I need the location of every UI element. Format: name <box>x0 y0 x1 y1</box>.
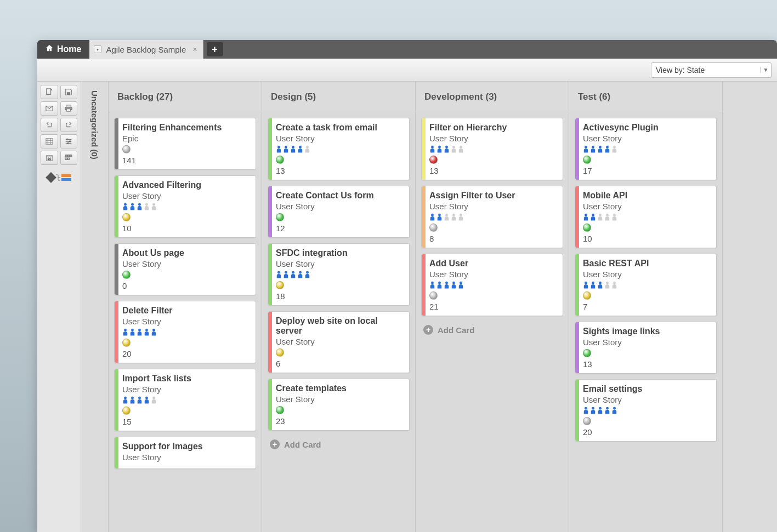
home-tab[interactable]: Home <box>37 40 89 59</box>
svg-point-38 <box>285 271 287 274</box>
tab-strip: Home ▾ Agile Backlog Sample × + <box>37 40 777 59</box>
card-view-button[interactable] <box>60 151 78 165</box>
card[interactable]: Sights image linksUser Story13 <box>575 322 717 374</box>
svg-point-28 <box>131 397 134 399</box>
card-type: User Story <box>583 270 711 279</box>
card[interactable]: About Us pageUser Story0 <box>114 243 256 295</box>
card[interactable]: Create templatesUser Story23 <box>268 379 410 431</box>
svg-point-50 <box>452 214 455 216</box>
card-stripe <box>422 254 426 316</box>
person-icon <box>583 407 589 415</box>
new-tab-button[interactable]: + <box>207 42 223 56</box>
lane-header-uncategorized[interactable]: Uncategorized (0) <box>81 82 108 532</box>
card-type: User Story <box>276 134 404 143</box>
card[interactable]: Add UserUser Story 21 <box>421 254 563 316</box>
card-type: User Story <box>583 134 711 143</box>
tab-dropdown-icon[interactable]: ▾ <box>94 45 101 53</box>
svg-point-67 <box>585 282 587 284</box>
status-dot <box>583 417 591 425</box>
svg-rect-5 <box>67 109 71 111</box>
card-points: 8 <box>429 234 557 243</box>
grid-view-button[interactable] <box>41 134 58 148</box>
person-icon <box>151 396 157 404</box>
card-status-row <box>122 213 250 221</box>
person-icon <box>429 145 435 153</box>
status-dot <box>276 213 284 221</box>
person-icon <box>444 281 450 289</box>
person-icon <box>304 271 310 279</box>
open-tab[interactable]: ▾ Agile Backlog Sample × <box>89 40 203 59</box>
filter-button[interactable] <box>60 134 78 148</box>
card[interactable]: Support for ImagesUser Story <box>114 437 256 469</box>
svg-point-71 <box>613 282 616 284</box>
lane-header-development[interactable]: Development (3) <box>416 82 569 112</box>
card[interactable]: Create Contact Us formUser Story12 <box>268 186 410 238</box>
card[interactable]: Activesync PluginUser Story 17 <box>575 118 717 180</box>
card[interactable]: Import Task listsUser Story 15 <box>114 369 256 431</box>
card[interactable]: Deploy web site on local serverUser Stor… <box>268 311 410 373</box>
svg-text:31: 31 <box>48 157 51 161</box>
card[interactable]: Delete FilterUser Story 20 <box>114 301 256 363</box>
card-status-row <box>583 291 711 300</box>
undo-button[interactable] <box>41 118 58 132</box>
card[interactable]: Advanced FilteringUser Story 10 <box>114 175 256 238</box>
close-tab-icon[interactable]: × <box>192 45 197 54</box>
print-button[interactable] <box>60 101 78 116</box>
svg-rect-6 <box>46 139 53 145</box>
card[interactable]: SFDC integrationUser Story 18 <box>268 243 410 306</box>
calendar-button[interactable]: 31 <box>41 151 58 165</box>
card-status-row <box>429 224 557 232</box>
card-status-row <box>122 271 250 279</box>
person-icon <box>444 145 450 153</box>
person-icon <box>458 281 464 289</box>
lane-header-backlog[interactable]: Backlog (27) <box>109 82 262 112</box>
person-icon <box>611 145 617 153</box>
card[interactable]: Email settingsUser Story 20 <box>575 379 717 442</box>
card-title: Create templates <box>276 384 404 393</box>
lane-header-design[interactable]: Design (5) <box>262 82 415 112</box>
svg-point-72 <box>585 407 587 410</box>
legend-button[interactable] <box>41 170 77 185</box>
svg-point-42 <box>431 146 434 148</box>
person-icon <box>122 203 128 211</box>
card-stripe <box>268 312 272 373</box>
card[interactable]: Create a task from emailUser Story 13 <box>268 118 410 180</box>
viewby-select[interactable]: View by: State ▼ <box>651 62 772 78</box>
card-points: 20 <box>583 427 711 437</box>
add-card-button[interactable]: +Add Card <box>421 322 563 338</box>
card-type: User Story <box>276 259 404 268</box>
save-button[interactable] <box>60 85 78 99</box>
card[interactable]: Filtering EnhancementsEpic141 <box>114 118 256 170</box>
person-icon <box>283 271 289 279</box>
card-points: 6 <box>276 359 404 368</box>
card[interactable]: Basic REST APIUser Story 7 <box>575 254 717 316</box>
mail-button[interactable] <box>41 101 58 116</box>
card-status-row <box>276 348 404 357</box>
status-dot <box>429 156 438 164</box>
lane-header-test[interactable]: Test (6) <box>569 82 722 112</box>
card-title: Advanced Filtering <box>122 180 250 190</box>
card[interactable]: Filter on HierarchyUser Story 13 <box>421 118 563 180</box>
svg-point-17 <box>124 203 127 206</box>
person-icon <box>297 145 303 153</box>
card[interactable]: Mobile APIUser Story 10 <box>575 186 717 248</box>
person-icon <box>583 213 589 221</box>
new-sheet-button[interactable] <box>41 85 58 99</box>
card-title: Import Task lists <box>122 374 250 384</box>
redo-button[interactable] <box>60 118 78 132</box>
svg-point-25 <box>145 329 148 331</box>
add-card-button[interactable]: +Add Card <box>268 436 410 453</box>
home-icon <box>45 44 54 55</box>
card-stripe <box>575 254 579 316</box>
svg-point-32 <box>277 146 280 148</box>
card-people <box>122 203 250 211</box>
svg-point-69 <box>599 282 602 284</box>
open-tab-label: Agile Backlog Sample <box>106 45 186 54</box>
person-icon <box>151 328 157 336</box>
card[interactable]: Assign Filter to UserUser Story 8 <box>421 186 563 248</box>
svg-rect-0 <box>47 89 51 95</box>
svg-point-48 <box>438 214 441 216</box>
status-dot <box>276 348 284 357</box>
svg-point-35 <box>299 146 302 148</box>
svg-point-62 <box>585 214 587 216</box>
